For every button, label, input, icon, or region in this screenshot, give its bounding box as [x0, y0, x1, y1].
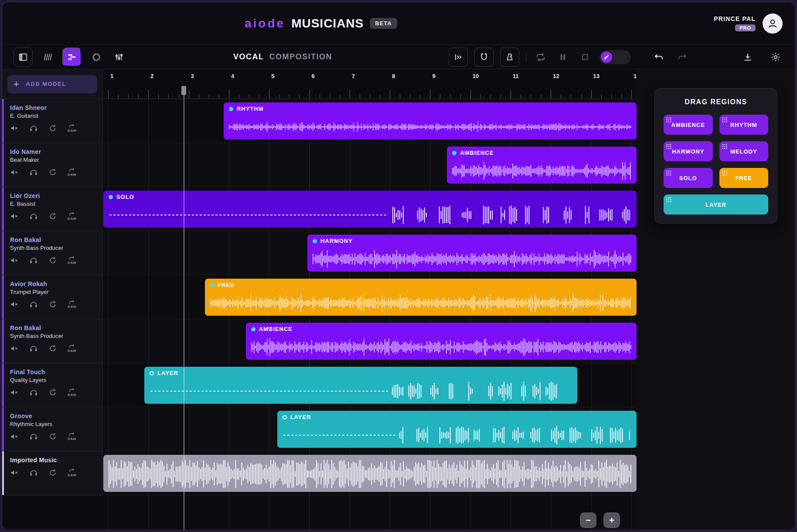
solo-headphones-button[interactable]: [29, 344, 38, 353]
daw-export-button[interactable]: DAW: [68, 124, 76, 133]
drag-region-ambience-button[interactable]: AMBIENCE: [664, 115, 713, 135]
region-ambience[interactable]: AMBIENCE: [246, 323, 637, 360]
regenerate-button[interactable]: [48, 124, 57, 133]
mute-button[interactable]: [10, 124, 19, 133]
zoom-out-button[interactable]: −: [580, 512, 596, 528]
track-controls: DAW: [10, 432, 98, 441]
track-role: Quality Layers: [10, 377, 98, 383]
pause-icon: [559, 53, 567, 61]
daw-label: DAW: [68, 437, 76, 441]
region-layer[interactable]: LAYER: [277, 411, 637, 448]
solo-headphones-button[interactable]: [29, 432, 38, 441]
region-harmony[interactable]: HARMONY: [307, 235, 637, 272]
headphones-icon: [29, 212, 38, 221]
daw-export-button[interactable]: DAW: [68, 432, 76, 441]
regenerate-icon: [48, 388, 57, 397]
waveform: [282, 425, 632, 445]
solo-headphones-button[interactable]: [29, 212, 38, 221]
drag-region-harmony-button[interactable]: HARMONY: [664, 141, 713, 161]
download-button[interactable]: [740, 49, 756, 65]
region-ambience[interactable]: AMBIENCE: [447, 147, 637, 184]
solo-headphones-button[interactable]: [29, 168, 38, 177]
redo-button[interactable]: [674, 49, 690, 65]
timeline-lane: FREE: [103, 275, 637, 319]
drag-region-melody-button[interactable]: MELODY: [719, 141, 769, 161]
track-role: E. Guitarist: [10, 113, 98, 119]
track-name: Ron Bakal: [10, 236, 98, 243]
timeline-lane: LAYER: [103, 407, 637, 451]
mute-button[interactable]: [10, 256, 19, 265]
solo-headphones-button[interactable]: [29, 124, 38, 133]
regenerate-button[interactable]: [48, 344, 57, 353]
mute-button[interactable]: [10, 168, 19, 177]
undo-button[interactable]: [651, 49, 667, 65]
add-model-button[interactable]: + ADD MODEL: [7, 75, 97, 93]
track-controls: DAW: [10, 388, 98, 397]
region-rhythm[interactable]: RHYTHM: [224, 102, 637, 140]
region-dot: [251, 327, 255, 331]
daw-export-button[interactable]: DAW: [68, 300, 76, 309]
region-free[interactable]: FREE: [205, 279, 637, 316]
daw-export-button[interactable]: DAW: [68, 212, 76, 221]
ruler-number: 8: [392, 73, 395, 79]
sidebar-toggle-button[interactable]: [14, 48, 33, 67]
regenerate-button[interactable]: [48, 300, 57, 309]
daw-export-button[interactable]: DAW: [68, 344, 76, 353]
edit-mode-toggle[interactable]: [599, 50, 631, 64]
solo-headphones-button[interactable]: [29, 388, 38, 397]
regenerate-button[interactable]: [48, 212, 57, 221]
solo-headphones-button[interactable]: [29, 256, 38, 265]
ruler-tick: [229, 90, 229, 99]
arrangement-view-button[interactable]: [62, 48, 82, 67]
timeline-lane: SOLO: [103, 187, 637, 231]
drag-region-solo-button[interactable]: SOLO: [664, 168, 713, 188]
gear-icon: [770, 52, 781, 62]
mixer-button[interactable]: [111, 49, 127, 65]
metronome-button[interactable]: [500, 48, 519, 67]
user-area: PRINCE PAL PRO: [714, 2, 783, 44]
user-avatar[interactable]: [763, 14, 783, 34]
loop-toggle-button[interactable]: [533, 49, 548, 65]
regenerate-button[interactable]: [48, 256, 57, 265]
ruler-tick: [390, 90, 390, 99]
headphones-icon: [29, 300, 38, 309]
daw-export-button[interactable]: DAW: [68, 468, 76, 477]
mute-button[interactable]: [10, 468, 19, 477]
mute-button[interactable]: [10, 212, 19, 221]
settings-button[interactable]: [768, 49, 783, 65]
region-layer[interactable]: LAYER: [144, 367, 577, 404]
daw-export-button[interactable]: DAW: [68, 256, 76, 265]
track-controls: DAW: [10, 212, 98, 221]
ruler-tick: [209, 94, 209, 99]
loop-view-button[interactable]: [89, 49, 104, 65]
lines-view-button[interactable]: [40, 49, 55, 65]
track-row: Idan ShneorE. GuitaristDAW: [2, 99, 102, 143]
regenerate-button[interactable]: [48, 468, 57, 477]
mute-button[interactable]: [10, 344, 19, 353]
mute-button[interactable]: [10, 388, 19, 397]
stop-button[interactable]: [577, 49, 593, 65]
drag-region-rhythm-button[interactable]: RHYTHM: [719, 115, 769, 135]
regenerate-button[interactable]: [48, 432, 57, 441]
snap-magnet-button[interactable]: [474, 48, 494, 67]
mute-button[interactable]: [10, 432, 19, 441]
mute-button[interactable]: [10, 300, 19, 309]
track-controls: DAW: [10, 256, 98, 265]
regenerate-button[interactable]: [48, 168, 57, 177]
drag-region-free-button[interactable]: FREE: [719, 168, 769, 188]
solo-headphones-button[interactable]: [29, 300, 38, 309]
regenerate-button[interactable]: [48, 388, 57, 397]
transport-tools: [449, 45, 631, 69]
ruler-tick: [148, 90, 149, 99]
history-tools: [651, 45, 690, 69]
drag-region-layer-button[interactable]: LAYER: [664, 194, 768, 215]
follow-playhead-button[interactable]: [449, 48, 468, 67]
zoom-in-button[interactable]: +: [603, 512, 620, 528]
pencil-icon: [603, 54, 610, 60]
solo-headphones-button[interactable]: [29, 468, 38, 477]
daw-export-button[interactable]: DAW: [68, 168, 76, 177]
daw-export-button[interactable]: DAW: [68, 388, 76, 397]
timeline-grid: RHYTHMAMBIENCESOLOHARMONYFREEAMBIENCELAY…: [103, 99, 637, 530]
playhead-handle[interactable]: [181, 86, 186, 95]
pause-button[interactable]: [555, 49, 571, 65]
